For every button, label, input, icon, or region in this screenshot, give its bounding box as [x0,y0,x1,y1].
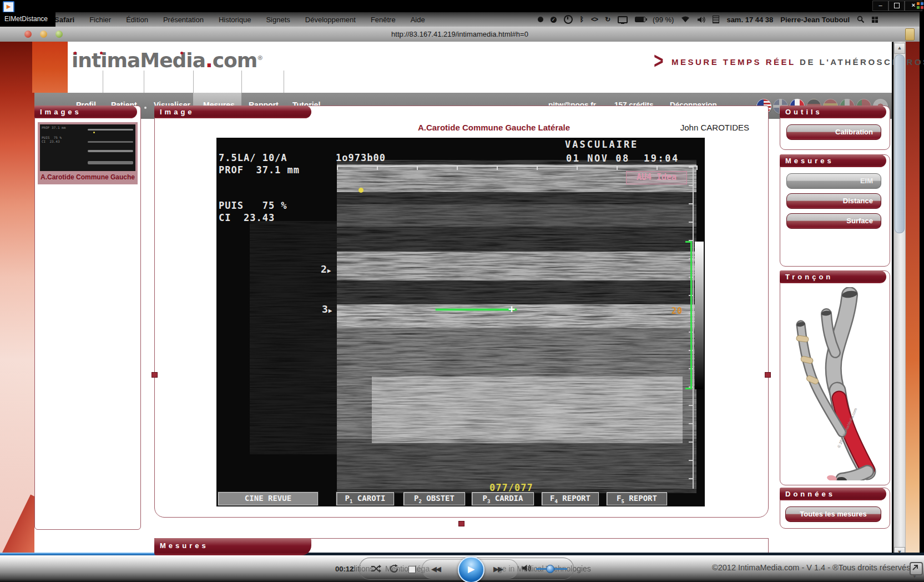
script-icon[interactable]: <> [591,16,598,23]
input-menu-icon[interactable] [713,16,719,23]
menu-safari[interactable]: Safari [54,16,74,24]
us-marker-2: 2▶ [321,263,331,275]
desktop-wallpaper-left [0,42,34,555]
us-marker-3: 3▶ [322,303,332,315]
copyright-text: ©2012 IntimaMedia.com - V 1.4 - ®Tous dr… [712,563,912,572]
minimize-button[interactable]: – [872,1,888,11]
carotid-artery-diagram: © 2011 IntimaMedia.com [784,287,884,480]
thumbnail-image[interactable]: PROF 37.1 mm PUIS 75 % CI 23.43 [40,124,135,171]
play-button[interactable]: ▶ [458,556,484,582]
monitor-button-report-f5: F5 REPORT [607,492,667,505]
player-volume-icon[interactable] [522,564,531,573]
panel-resize-handle-bottom[interactable] [458,521,464,526]
us-exam-id: 1o973b00 [336,152,386,163]
troncon-panel-header: Tronçon [780,270,886,283]
panel-resize-handle-right[interactable] [765,372,771,378]
us-mode-label: VASCULAIRE [565,139,638,150]
us-green-scale-bar [690,242,692,389]
menu-signets[interactable]: Signets [266,16,290,24]
menu-fichier[interactable]: Fichier [89,16,111,24]
menu-aide[interactable]: Aide [411,16,425,24]
wifi-icon[interactable] [681,16,690,23]
menu-edition[interactable]: Édition [126,16,148,24]
ultrasound-image[interactable]: 7.5LA/ 10/A PROF 37.1 mm 1o973b00 VASCUL… [216,138,705,506]
bluetooth-icon[interactable]: ᛒ [580,16,584,23]
page-corner-icon[interactable] [905,28,915,41]
grid-menu-icon[interactable] [872,17,878,23]
stop-icon[interactable] [408,566,416,573]
menu-presentation[interactable]: Présentation [163,16,204,24]
time-machine-icon[interactable] [564,15,573,24]
tagline-chevron-icon: > [654,48,664,73]
menubar-clock[interactable]: sam. 17 44 38 [726,16,773,24]
monitor-button-cine-revue: CINE REVUE [218,492,318,505]
colorful-grid-icon [917,2,923,9]
logo-name: intimaMedia [72,49,205,72]
us-ci-label: CI 23.43 [219,212,275,223]
logo-red-dot-2 [100,52,103,54]
eim-button[interactable]: EIM [786,173,881,189]
thumbnail-caption: A.Carotide Commune Gauche [38,171,138,183]
status-dot-icon[interactable] [538,17,543,22]
menu-fenetre[interactable]: Fenêtre [371,16,396,24]
monitor-button-cardia: P3 CARDIA [472,492,534,505]
thumb-marker-dot [93,132,95,133]
logo-red-dot-1 [74,52,77,54]
tagline-strong: MESURE TEMPS RÉEL [671,57,795,67]
nav-tick [103,71,103,93]
play-icon: ▶ [468,564,474,574]
shuffle-icon[interactable] [371,565,381,573]
forward-button[interactable]: ▶▶ [493,565,502,573]
us-power-label: PUIS 75 % [219,200,287,211]
menu-developpement[interactable]: Développement [305,16,356,24]
fullscreen-caret-icon[interactable]: ▼ [912,574,917,579]
panel-resize-handle-left[interactable] [152,372,158,378]
us-yellow-marker-dot [359,188,363,193]
ultrasound-speckle-texture [216,138,705,506]
nav-tick [193,71,194,93]
us-annotation-box: AU4 Idea [626,171,687,184]
nav-tick [284,71,284,93]
us-green-scale-cap-top [685,241,692,243]
battery-percent: (99 %) [653,16,674,24]
patient-name: John CAROTIDES [638,123,749,132]
measurement-line[interactable] [436,309,517,310]
distance-button[interactable]: Distance [786,193,881,209]
rewind-button[interactable]: ◀◀ [431,565,440,573]
us-green-scale-cap-bottom [685,388,692,389]
restore-button[interactable] [888,1,905,11]
site-logo[interactable]: intimaMedia.com® [72,49,262,73]
measurement-crosshair[interactable]: + [508,302,516,315]
display-icon[interactable] [618,16,628,23]
sync-icon[interactable]: ↻ [605,16,610,23]
all-measures-button[interactable]: Toutes les mesures [785,506,881,522]
url-field[interactable]: http://83.167.41.219/intimamedia.html#h=… [0,27,920,42]
surface-button[interactable]: Surface [786,213,881,229]
fullscreen-button[interactable] [910,562,923,575]
scrollbar-up-arrow[interactable]: ▲ [894,43,905,54]
thumb-text: PUIS 75 % CI 23.43 [42,136,62,143]
fullscreen-arrow-icon [911,563,920,572]
player-app-icon: ▶ [3,1,14,13]
image-panel-header: Image [154,106,311,118]
battery-icon[interactable] [635,17,645,22]
transport-group: ◀◀ ▶ ▶▶ [422,559,518,579]
volume-slider-thumb[interactable] [546,565,554,573]
frame-counter: 077/077 [489,482,533,493]
restore-icon [894,3,900,8]
repeat-icon[interactable] [390,564,399,573]
us-probe-label: 7.5LA/ 10/A [219,152,287,163]
logo-dot: . [205,49,213,72]
tools-panel-header: Outils [780,106,886,118]
monitor-button-obstet: P2 OBSTET [403,492,465,505]
scrollbar-thumb[interactable] [895,54,905,233]
menu-historique[interactable]: Historique [219,16,251,24]
volume-icon[interactable] [697,16,705,23]
us-depth-label: PROF 37.1 mm [219,164,300,175]
calibration-button[interactable]: Calibration [786,124,881,140]
measures-panel-header: Mesures [780,154,886,167]
spotlight-search-icon[interactable] [857,16,865,23]
desktop-wallpaper-right [906,42,920,555]
status-check-icon[interactable]: ✓ [551,17,557,23]
menubar-user[interactable]: Pierre-Jean Touboul [780,16,850,24]
